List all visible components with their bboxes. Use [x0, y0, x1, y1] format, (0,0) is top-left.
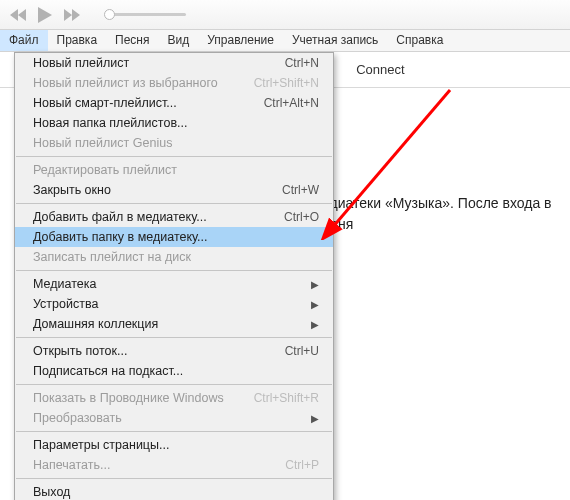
menu-item-shortcut: Ctrl+Shift+N — [254, 76, 319, 90]
menu-item[interactable]: Медиатека▶ — [15, 274, 333, 294]
menu-item[interactable]: Открыть поток...Ctrl+U — [15, 341, 333, 361]
menu-item-label: Новый смарт-плейлист... — [33, 96, 177, 110]
file-menu-dropdown: Новый плейлистCtrl+NНовый плейлист из вы… — [14, 52, 334, 500]
chevron-right-icon: ▶ — [311, 413, 319, 424]
menu-item: Напечатать...Ctrl+P — [15, 455, 333, 475]
menu-item-shortcut: Ctrl+W — [282, 183, 319, 197]
chevron-right-icon: ▶ — [311, 279, 319, 290]
menu-item-shortcut: Ctrl+Shift+R — [254, 391, 319, 405]
menu-item-label: Добавить файл в медиатеку... — [33, 210, 207, 224]
menu-item[interactable]: Подписаться на подкаст... — [15, 361, 333, 381]
menu-item[interactable]: Параметры страницы... — [15, 435, 333, 455]
menu-item[interactable]: Устройства▶ — [15, 294, 333, 314]
chevron-right-icon: ▶ — [311, 319, 319, 330]
menu-item-label: Показать в Проводнике Windows — [33, 391, 224, 405]
next-icon[interactable] — [64, 9, 80, 21]
menu-справка[interactable]: Справка — [387, 30, 452, 51]
menu-item-label: Новый плейлист из выбранного — [33, 76, 218, 90]
tab-connect[interactable]: Connect — [356, 62, 404, 77]
menu-item: Записать плейлист на диск — [15, 247, 333, 267]
menu-item[interactable]: Новый плейлистCtrl+N — [15, 53, 333, 73]
menu-item-label: Напечатать... — [33, 458, 110, 472]
menu-item[interactable]: Новый смарт-плейлист...Ctrl+Alt+N — [15, 93, 333, 113]
menu-item-label: Преобразовать — [33, 411, 122, 425]
menu-item-label: Редактировать плейлист — [33, 163, 177, 177]
menu-separator — [16, 337, 332, 338]
player-bar — [0, 0, 570, 30]
menu-item: Новый плейлист из выбранногоCtrl+Shift+N — [15, 73, 333, 93]
menu-item-shortcut: Ctrl+U — [285, 344, 319, 358]
menu-item-shortcut: Ctrl+P — [285, 458, 319, 472]
chevron-right-icon: ▶ — [311, 299, 319, 310]
menu-separator — [16, 203, 332, 204]
volume-thumb[interactable] — [104, 9, 115, 20]
menu-item-label: Медиатека — [33, 277, 96, 291]
menu-item-shortcut: Ctrl+N — [285, 56, 319, 70]
player-controls — [10, 7, 186, 23]
menu-item: Преобразовать▶ — [15, 408, 333, 428]
menu-item[interactable]: Новая папка плейлистов... — [15, 113, 333, 133]
menu-item-label: Параметры страницы... — [33, 438, 169, 452]
menu-файл[interactable]: Файл — [0, 30, 48, 51]
menu-item: Показать в Проводнике WindowsCtrl+Shift+… — [15, 388, 333, 408]
menu-item-label: Новая папка плейлистов... — [33, 116, 187, 130]
volume-slider[interactable] — [106, 13, 186, 16]
menu-item-label: Закрыть окно — [33, 183, 111, 197]
menu-управление[interactable]: Управление — [198, 30, 283, 51]
menu-учетная запись[interactable]: Учетная запись — [283, 30, 387, 51]
menu-item[interactable]: Добавить папку в медиатеку... — [15, 227, 333, 247]
menu-separator — [16, 431, 332, 432]
play-icon[interactable] — [38, 7, 52, 23]
menu-item[interactable]: Домашняя коллекция▶ — [15, 314, 333, 334]
menu-item-label: Подписаться на подкаст... — [33, 364, 183, 378]
menu-item-shortcut: Ctrl+O — [284, 210, 319, 224]
menu-item-label: Выход — [33, 485, 70, 499]
menu-item: Новый плейлист Genius — [15, 133, 333, 153]
menu-item[interactable]: Добавить файл в медиатеку...Ctrl+O — [15, 207, 333, 227]
menu-item-label: Записать плейлист на диск — [33, 250, 191, 264]
menu-item-label: Открыть поток... — [33, 344, 127, 358]
menu-правка[interactable]: Правка — [48, 30, 107, 51]
menu-песня[interactable]: Песня — [106, 30, 158, 51]
prev-icon[interactable] — [10, 9, 26, 21]
menu-item-label: Устройства — [33, 297, 98, 311]
menu-item-shortcut: Ctrl+Alt+N — [264, 96, 319, 110]
menu-item[interactable]: Выход — [15, 482, 333, 500]
menu-separator — [16, 478, 332, 479]
menu-item: Редактировать плейлист — [15, 160, 333, 180]
menu-item-label: Домашняя коллекция — [33, 317, 158, 331]
menu-item-label: Новый плейлист — [33, 56, 129, 70]
menu-item-label: Новый плейлист Genius — [33, 136, 172, 150]
menu-bar: ФайлПравкаПесняВидУправлениеУчетная запи… — [0, 30, 570, 52]
menu-separator — [16, 270, 332, 271]
menu-separator — [16, 156, 332, 157]
menu-separator — [16, 384, 332, 385]
menu-item-label: Добавить папку в медиатеку... — [33, 230, 207, 244]
menu-вид[interactable]: Вид — [159, 30, 199, 51]
menu-item[interactable]: Закрыть окноCtrl+W — [15, 180, 333, 200]
